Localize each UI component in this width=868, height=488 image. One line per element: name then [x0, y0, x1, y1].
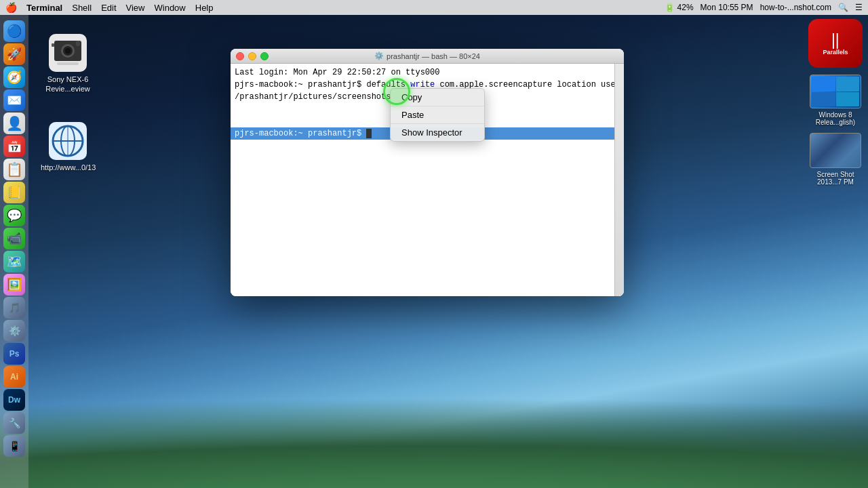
terminal-window: ⚙️ prashantjr — bash — 80×24 Last login:…	[231, 49, 624, 296]
menubar: 🍎 Terminal Shell Edit View Window Help 🔋…	[0, 0, 868, 15]
battery-status: 🔋 42%	[665, 3, 693, 12]
menu-window[interactable]: Window	[155, 3, 186, 13]
dock-item-facetime[interactable]: 📹	[3, 228, 25, 249]
dock-item-maps[interactable]: 🗺️	[3, 251, 25, 272]
dock-item-launchpad[interactable]: 🚀	[3, 43, 25, 65]
close-button[interactable]	[236, 52, 244, 60]
datetime: Mon 10:55 PM	[701, 3, 753, 12]
svg-point-4	[65, 48, 71, 54]
win8-tile-2	[836, 77, 860, 92]
maximize-button[interactable]	[260, 52, 269, 60]
sony-icon-img	[49, 34, 87, 72]
dock-item-finder[interactable]: 🔵	[3, 20, 25, 42]
menu-icon[interactable]: ☰	[855, 3, 863, 12]
minimize-button[interactable]	[248, 52, 256, 60]
desktop-icon-browser[interactable]: http://www...0/13	[41, 122, 95, 172]
menubar-left: 🍎 Terminal Shell Edit View Window Help	[5, 2, 214, 13]
parallels-label: Parallels	[823, 49, 848, 56]
search-icon[interactable]: 🔍	[838, 3, 848, 12]
dock-item-mail[interactable]: ✉️	[3, 89, 25, 111]
menu-shell[interactable]: Shell	[72, 3, 92, 13]
browser-icon-label: http://www...0/13	[41, 163, 95, 172]
menu-view[interactable]: View	[126, 3, 145, 13]
windows8-preview	[810, 75, 861, 108]
desktop-icon-sony[interactable]: Sony NEX-6 Revie...eview	[41, 34, 95, 94]
dock-item-messages[interactable]: 💬	[3, 205, 25, 226]
dock-item-misc1[interactable]: 🎵	[3, 297, 25, 319]
dock-item-safari[interactable]: 🧭	[3, 66, 25, 88]
terminal-scrollbar[interactable]	[614, 64, 624, 296]
menu-help[interactable]: Help	[195, 3, 214, 13]
apple-menu[interactable]: 🍎	[5, 2, 17, 13]
win8-tile-3	[812, 92, 835, 107]
website-info: how-to-...nshot.com	[760, 3, 831, 12]
windows8-box[interactable]: Windows 8 Relea...glish)	[808, 75, 863, 126]
terminal-titlebar: ⚙️ prashantjr — bash — 80×24	[231, 49, 624, 64]
svg-rect-5	[76, 41, 80, 46]
app-name[interactable]: Terminal	[26, 3, 62, 13]
context-menu-item-show-inspector[interactable]: Show Inspector	[391, 124, 484, 141]
terminal-line-1: Last login: Mon Apr 29 22:50:27 on ttys0…	[235, 66, 620, 79]
parallels-logo-symbol: ||	[831, 31, 839, 49]
screenshot-label: Screen Shot 2013...7 PM	[808, 171, 863, 186]
dock-item-calendar[interactable]: 📅	[3, 136, 25, 157]
dock-item-misc3[interactable]: 🔧	[3, 412, 25, 434]
dock-item-reminders[interactable]: 📋	[3, 159, 25, 180]
terminal-cursor	[366, 129, 372, 138]
svg-rect-7	[57, 62, 79, 65]
dock-item-misc2[interactable]: ⚙️	[3, 320, 25, 342]
browser-icon-img	[49, 122, 87, 160]
terminal-title: ⚙️ prashantjr — bash — 80×24	[374, 52, 480, 60]
dock-item-photos[interactable]: 🖼️	[3, 274, 25, 296]
sony-icon-label: Sony NEX-6 Revie...eview	[41, 75, 95, 94]
svg-rect-6	[52, 43, 54, 47]
dock-item-photoshop[interactable]: Ps	[3, 343, 25, 365]
terminal-icon: ⚙️	[374, 52, 384, 60]
dock-item-misc4[interactable]: 📱	[3, 435, 25, 457]
menu-edit[interactable]: Edit	[101, 3, 116, 13]
dock-item-illustrator[interactable]: Ai	[3, 366, 25, 388]
context-menu-item-paste[interactable]: Paste	[391, 106, 484, 124]
win8-tile-4	[836, 92, 860, 107]
screenshot-box[interactable]: Screen Shot 2013...7 PM	[808, 133, 863, 186]
dock-item-notes[interactable]: 📒	[3, 182, 25, 203]
dock: 🔵 🚀 🧭 ✉️ 👤 📅 📋 📒 💬 📹 🗺️ 🖼️ 🎵 ⚙️ Ps Ai Dw…	[0, 15, 28, 488]
win8-tile-1	[812, 77, 835, 92]
earth-curve	[0, 339, 868, 488]
windows8-label: Windows 8 Relea...glish)	[808, 111, 863, 126]
right-sidebar: || Parallels Windows 8 Relea...glish) Sc…	[808, 19, 863, 186]
dock-item-contacts[interactable]: 👤	[3, 113, 25, 134]
parallels-icon[interactable]: || Parallels	[808, 19, 863, 68]
screenshot-preview	[810, 133, 861, 168]
menubar-right: 🔋 42% Mon 10:55 PM how-to-...nshot.com 🔍…	[665, 3, 863, 12]
cursor-indicator	[383, 78, 410, 105]
dock-item-dreamweaver[interactable]: Dw	[3, 389, 25, 411]
terminal-title-text: prashantjr — bash — 80×24	[387, 52, 480, 60]
